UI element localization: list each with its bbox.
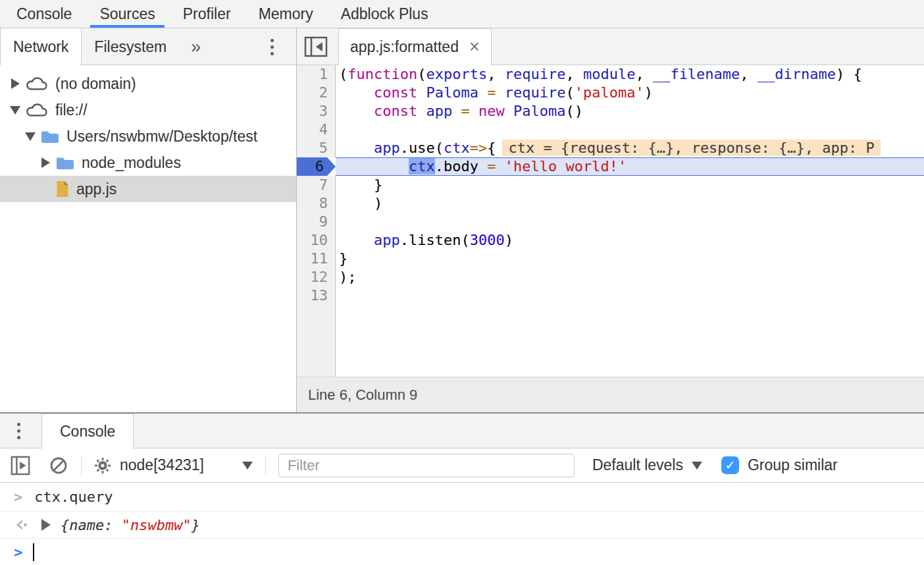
line-number[interactable]: 11 (297, 250, 336, 268)
code-token: ); (339, 269, 357, 285)
editor-tab-appjs-formatted[interactable]: app.js:formatted × (338, 28, 492, 65)
code-line-content[interactable]: (function(exports, require, module, __fi… (336, 65, 924, 84)
code-token: app (374, 140, 400, 156)
tree-collapsed-arrow-icon[interactable] (38, 157, 53, 168)
line-number[interactable]: 9 (297, 213, 336, 231)
code-line-content[interactable]: const app = new Paloma() (336, 102, 924, 121)
tree-expanded-arrow-icon[interactable] (23, 132, 38, 141)
sidebar-tab-network[interactable]: Network (0, 28, 82, 65)
cursor-position-label: Line 6, Column 9 (308, 387, 417, 404)
main-tab-adblock-plus[interactable]: Adblock Plus (327, 0, 442, 28)
main-tab-sources[interactable]: Sources (86, 0, 168, 28)
editor-status-bar: Line 6, Column 9 (297, 377, 924, 412)
more-tabs-icon[interactable]: » (179, 28, 213, 65)
close-tab-icon[interactable]: × (469, 38, 480, 56)
console-prompt[interactable]: > (0, 539, 924, 565)
sidebar-tab-filesystem[interactable]: Filesystem (82, 28, 179, 65)
code-line[interactable]: 5 app.use(ctx=>{ctx = {request: {…}, res… (297, 139, 924, 157)
file-icon (55, 180, 70, 198)
log-levels-dropdown[interactable]: Default levels (592, 456, 702, 474)
code-token: ) { (836, 66, 862, 82)
tree-item-app-js[interactable]: app.js (0, 176, 296, 202)
line-number[interactable]: 3 (297, 102, 336, 121)
code-line-content[interactable] (336, 121, 924, 139)
code-line-content[interactable] (336, 286, 924, 305)
console-toolbar: node[34231] Default levels ✓ Group simil… (0, 448, 924, 483)
code-line[interactable]: 13 (297, 286, 924, 305)
line-number[interactable]: 10 (297, 231, 336, 250)
code-token: , (635, 66, 653, 82)
code-token: new (478, 103, 505, 119)
code-line[interactable]: 4 (297, 121, 924, 139)
line-number[interactable]: 5 (297, 139, 336, 157)
code-token (339, 232, 374, 248)
code-line-content[interactable] (336, 213, 924, 231)
main-tab-profiler[interactable]: Profiler (169, 0, 245, 28)
tree-collapsed-arrow-icon[interactable] (8, 78, 22, 89)
code-token: } (339, 176, 382, 193)
tree-expanded-arrow-icon[interactable] (8, 106, 22, 115)
code-line-content[interactable]: const Paloma = require('paloma') (336, 84, 924, 102)
drawer-menu-icon[interactable] (17, 414, 20, 448)
code-line[interactable]: 3 const app = new Paloma() (297, 102, 924, 121)
main-tab-console[interactable]: Console (3, 0, 86, 28)
line-number[interactable]: 2 (297, 84, 336, 102)
line-number[interactable]: 13 (297, 286, 336, 305)
tree-item-label: (no domain) (55, 75, 136, 93)
execution-context-selector[interactable]: node[34231] (94, 456, 253, 474)
line-number[interactable]: 4 (297, 121, 336, 139)
object-preview[interactable]: {name: "nswbmw"} (61, 517, 200, 533)
code-line[interactable]: 1(function(exports, require, module, __f… (297, 65, 924, 84)
console-filter-input[interactable] (278, 454, 575, 477)
line-number[interactable]: 7 (297, 176, 336, 194)
code-token: ( (339, 66, 347, 82)
expand-object-icon[interactable] (41, 519, 51, 531)
tree-item-file[interactable]: file:// (0, 97, 296, 123)
code-line[interactable]: 7 } (297, 176, 924, 194)
sidebar-tabbar: NetworkFilesystem» (0, 28, 296, 65)
code-line-content[interactable]: } (336, 176, 924, 194)
toolbar-separator (81, 456, 82, 475)
line-number[interactable]: 1 (297, 65, 336, 84)
sidebar-menu-icon[interactable] (270, 28, 274, 65)
group-similar-checkbox[interactable]: ✓ (721, 456, 739, 474)
code-line-content[interactable]: app.listen(3000) (336, 231, 924, 250)
gear-icon (94, 457, 111, 474)
code-line[interactable]: 6 ctx.body = 'hello world!' (297, 157, 924, 176)
code-token: 'paloma' (575, 84, 644, 101)
code-line[interactable]: 9 (297, 213, 924, 231)
code-line-content[interactable]: ctx.body = 'hello world!' (336, 157, 924, 176)
tree-item-no-domain[interactable]: (no domain) (0, 70, 296, 97)
console-input-entry[interactable]: > ctx.query (0, 483, 924, 512)
code-line[interactable]: 10 app.listen(3000) (297, 231, 924, 250)
console-messages: > ctx.query {name: "nswbmw"} > (0, 483, 924, 565)
clear-console-icon[interactable] (49, 456, 68, 475)
devtools-main-tabbar: ConsoleSourcesProfilerMemoryAdblock Plus (0, 0, 924, 28)
hide-navigator-icon[interactable] (304, 36, 328, 57)
show-console-sidebar-icon[interactable] (11, 456, 30, 475)
code-line-content[interactable]: app.use(ctx=>{ctx = {request: {…}, respo… (336, 139, 924, 157)
line-number[interactable]: 12 (297, 268, 336, 286)
tree-item-node-modules[interactable]: node_modules (0, 149, 296, 176)
code-token (478, 84, 487, 101)
code-line[interactable]: 12); (297, 268, 924, 286)
tree-item-label: Users/nswbmw/Desktop/test (66, 128, 257, 146)
editor-pane: app.js:formatted × 1(function(exports, r… (297, 28, 924, 412)
code-line-content[interactable]: } (336, 250, 924, 268)
sources-panel: NetworkFilesystem» (no domain)file://Use… (0, 28, 924, 412)
code-token: . (435, 158, 444, 175)
line-number[interactable]: 8 (297, 194, 336, 213)
drawer-tab-console[interactable]: Console (41, 414, 134, 448)
code-token (339, 84, 374, 101)
tree-item-users-nswbmw-desktop-test[interactable]: Users/nswbmw/Desktop/test (0, 123, 296, 149)
execution-line-number[interactable]: 6 (297, 157, 336, 176)
code-line[interactable]: 11} (297, 250, 924, 268)
code-line-content[interactable]: ); (336, 268, 924, 286)
code-line[interactable]: 8 ) (297, 194, 924, 213)
code-line[interactable]: 2 const Paloma = require('paloma') (297, 84, 924, 102)
code-line-content[interactable]: ) (336, 194, 924, 213)
code-token: , (487, 66, 505, 82)
code-token: exports (426, 66, 487, 82)
editor-tabbar: app.js:formatted × (297, 28, 924, 65)
main-tab-memory[interactable]: Memory (245, 0, 327, 28)
